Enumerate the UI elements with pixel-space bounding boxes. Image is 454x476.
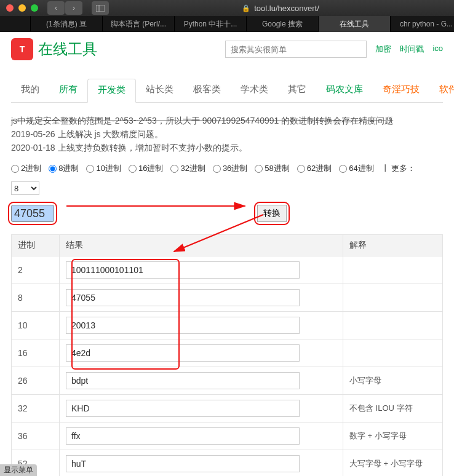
- site-title: 在线工具: [38, 39, 97, 59]
- quick-link[interactable]: ico: [432, 44, 443, 55]
- result-cell: [60, 450, 343, 477]
- results-table: 进制 结果 解释 28101626小写字母32不包含 ILOU 字符36数字 +…: [11, 234, 443, 476]
- base-cell: 32: [12, 395, 60, 422]
- sidebar-toggle-button[interactable]: [92, 1, 109, 15]
- base-cell: 16: [12, 339, 60, 367]
- mac-titlebar: ‹ › 🔒 tool.lu/hexconvert/: [0, 0, 454, 16]
- radix-option[interactable]: 64进制: [339, 163, 373, 174]
- radix-more-select[interactable]: 8: [11, 181, 39, 195]
- table-row: 36数字 + 小写字母: [12, 422, 443, 450]
- number-input[interactable]: [11, 205, 54, 222]
- tab-tricks[interactable]: 奇淫巧技: [373, 79, 429, 102]
- tab-webmaster[interactable]: 站长类: [136, 79, 183, 102]
- url-text: tool.lu/hexconvert/: [254, 4, 319, 13]
- radix-option[interactable]: 62进制: [297, 163, 332, 174]
- address-bar[interactable]: 🔒 tool.lu/hexconvert/: [113, 4, 448, 13]
- explain-cell: [343, 339, 443, 367]
- result-field[interactable]: [66, 344, 300, 362]
- tab-software[interactable]: 软件推: [429, 79, 454, 102]
- result-cell: [60, 312, 343, 339]
- result-field[interactable]: [66, 372, 300, 389]
- radix-option[interactable]: 2进制: [11, 163, 41, 174]
- radix-more-label: 丨 更多：: [381, 163, 416, 174]
- base-cell: 36: [12, 422, 60, 450]
- close-window-button[interactable]: [6, 4, 14, 12]
- site-search-input[interactable]: [225, 41, 367, 58]
- explain-cell: 小写字母: [343, 367, 443, 395]
- browser-tab[interactable]: (1条消息) 亘: [31, 16, 103, 32]
- radix-option[interactable]: 36进制: [213, 163, 247, 174]
- site-brand[interactable]: T 在线工具: [11, 38, 97, 60]
- tab-mine[interactable]: 我的: [11, 79, 49, 102]
- convert-button[interactable]: 转换: [257, 205, 287, 222]
- browser-tab[interactable]: Python 中非十...: [175, 16, 247, 32]
- quick-link[interactable]: 时间戳: [400, 44, 424, 55]
- radix-option[interactable]: 8进制: [49, 163, 79, 174]
- result-field[interactable]: [66, 427, 300, 445]
- minimize-window-button[interactable]: [18, 4, 26, 12]
- nav-back-button[interactable]: ‹: [47, 1, 65, 15]
- site-logo-icon: T: [11, 38, 33, 60]
- tab-all[interactable]: 所有: [49, 79, 87, 102]
- desc-line: 2020-01-18 上线支持负数转换，增加暂时不支持小数的提示。: [11, 141, 443, 154]
- table-row: 8: [12, 284, 443, 312]
- result-cell: [60, 284, 343, 312]
- tab-other[interactable]: 其它: [278, 79, 316, 102]
- result-field[interactable]: [66, 317, 300, 334]
- radix-option[interactable]: 10进制: [86, 163, 121, 174]
- tab-dev[interactable]: 开发类: [87, 79, 136, 103]
- tab-geek[interactable]: 极客类: [183, 79, 231, 102]
- nav-forward-button[interactable]: ›: [65, 1, 82, 15]
- browser-tab[interactable]: Google 搜索: [247, 16, 319, 32]
- base-cell: 8: [12, 284, 60, 312]
- base-cell: 10: [12, 312, 60, 339]
- result-cell: [60, 422, 343, 450]
- category-tabs: 我的 所有 开发类 站长类 极客类 学术类 其它 码农文库 奇淫巧技 软件推: [11, 79, 443, 103]
- desc-line-deprecated: js中规定安全整数的范围是-2^53~2^53，所以大于 90071992547…: [11, 114, 443, 127]
- col-explain: 解释: [343, 235, 443, 256]
- tab-academic[interactable]: 学术类: [231, 79, 278, 102]
- lock-icon: 🔒: [242, 4, 250, 12]
- explain-cell: [343, 256, 443, 284]
- status-badge[interactable]: 显示菜单: [0, 464, 37, 476]
- svg-rect-0: [96, 5, 105, 12]
- description-block: js中规定安全整数的范围是-2^53~2^53，所以大于 90071992547…: [11, 114, 443, 154]
- result-field[interactable]: [66, 455, 300, 472]
- col-result: 结果: [60, 235, 343, 256]
- result-field[interactable]: [66, 400, 300, 417]
- table-row: 26小写字母: [12, 367, 443, 395]
- explain-cell: 不包含 ILOU 字符: [343, 395, 443, 422]
- base-cell: 2: [12, 256, 60, 284]
- browser-tab[interactable]: 在线工具: [319, 16, 391, 32]
- radix-radio-group: 2进制 8进制 10进制 16进制 32进制 36进制 58进制 62进制 64…: [11, 163, 443, 195]
- explain-cell: [343, 312, 443, 339]
- result-cell: [60, 367, 343, 395]
- table-row: 10: [12, 312, 443, 339]
- desc-line: 2019-05-26 上线解决 js 大数精度问题。: [11, 127, 443, 141]
- result-field[interactable]: [66, 289, 300, 306]
- explain-cell: 大写字母 + 小写字母: [343, 450, 443, 477]
- quick-link[interactable]: 加密: [375, 44, 391, 55]
- radix-option[interactable]: 16进制: [129, 163, 163, 174]
- browser-tab[interactable]: 脚本语言 (Perl/...: [103, 16, 175, 32]
- browser-tab-strip: (1条消息) 亘 脚本语言 (Perl/... Python 中非十... Go…: [0, 16, 454, 32]
- table-row: 52大写字母 + 小写字母: [12, 450, 443, 477]
- explain-cell: 数字 + 小写字母: [343, 422, 443, 450]
- col-base: 进制: [12, 235, 60, 256]
- result-cell: [60, 256, 343, 284]
- maximize-window-button[interactable]: [31, 4, 38, 12]
- table-row: 16: [12, 339, 443, 367]
- table-row: 2: [12, 256, 443, 284]
- result-cell: [60, 339, 343, 367]
- browser-tab-overflow[interactable]: [0, 16, 31, 32]
- base-cell: 26: [12, 367, 60, 395]
- result-field[interactable]: [66, 261, 300, 279]
- radix-option[interactable]: 32进制: [170, 163, 205, 174]
- result-cell: [60, 395, 343, 422]
- traffic-lights: [6, 4, 38, 12]
- tab-library[interactable]: 码农文库: [316, 79, 373, 102]
- quick-links: 加密 时间戳 ico: [375, 44, 443, 55]
- table-row: 32不包含 ILOU 字符: [12, 395, 443, 422]
- radix-option[interactable]: 58进制: [255, 163, 289, 174]
- browser-tab[interactable]: chr python - G...: [391, 16, 454, 32]
